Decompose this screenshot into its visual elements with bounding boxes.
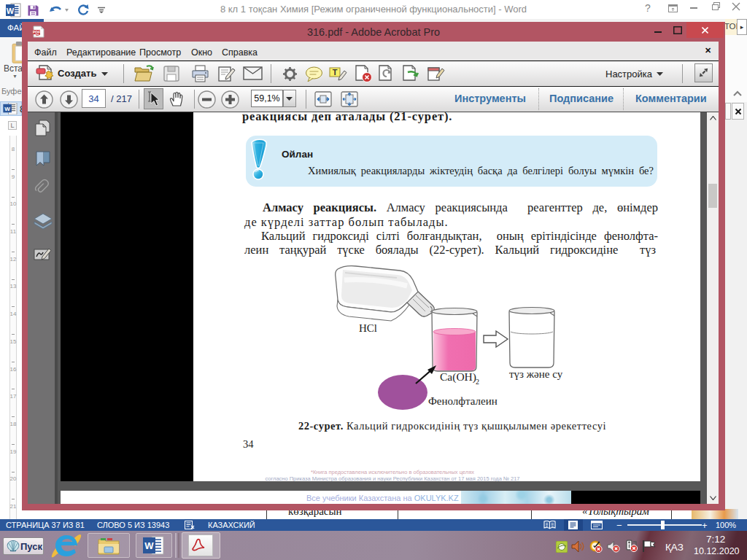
svg-text:T: T	[333, 68, 338, 77]
svg-text:Ca(OH): Ca(OH)	[440, 370, 476, 384]
svg-text:Фенолфталеин: Фенолфталеин	[428, 395, 498, 407]
svg-text:2: 2	[476, 378, 479, 386]
svg-text:W: W	[144, 540, 154, 551]
svg-text:W: W	[4, 106, 10, 112]
svg-text:HCl: HCl	[359, 322, 377, 334]
svg-text:түз және су: түз және су	[509, 368, 563, 380]
